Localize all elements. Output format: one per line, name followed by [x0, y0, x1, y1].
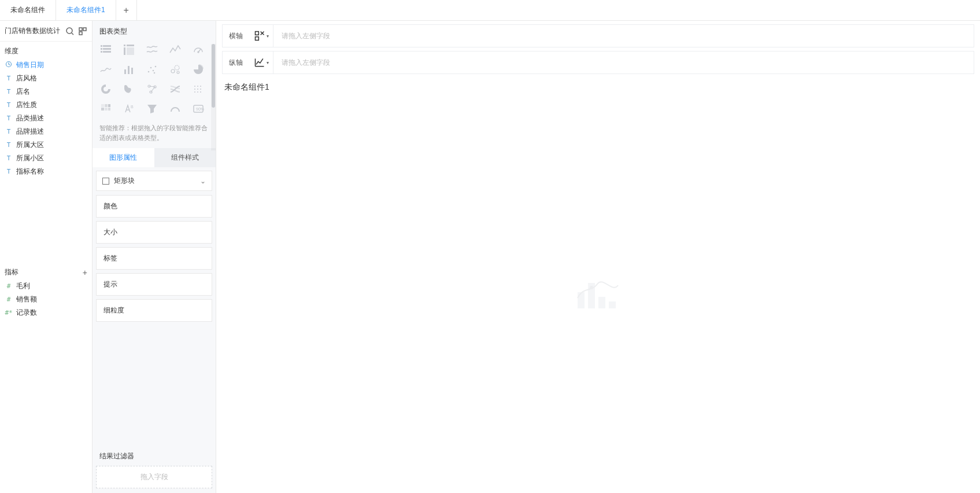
chart-type-gauge-icon[interactable]	[192, 43, 205, 56]
svg-point-34	[194, 86, 195, 87]
chart-type-cross-table-icon[interactable]	[123, 43, 135, 56]
number-type-icon: #	[5, 296, 13, 303]
svg-point-36	[200, 86, 201, 87]
add-measure-button[interactable]: +	[83, 268, 87, 277]
prop-tooltip[interactable]: 提示	[96, 273, 212, 296]
field-item[interactable]: T所属小区	[0, 152, 92, 165]
prop-granularity[interactable]: 细粒度	[96, 299, 212, 322]
field-label: 品牌描述	[16, 127, 44, 137]
chart-type-arc-icon[interactable]	[169, 102, 182, 115]
svg-point-40	[194, 91, 195, 93]
y-axis-dropzone[interactable]: 请拖入左侧字段	[273, 58, 974, 68]
tab-component-0[interactable]: 未命名组件	[0, 0, 56, 20]
chart-type-kpi-icon[interactable]: 90%	[192, 102, 205, 115]
tab-component-style[interactable]: 组件样式	[154, 148, 216, 167]
chart-type-text-icon[interactable]: B	[123, 102, 135, 115]
text-type-icon: T	[5, 128, 13, 135]
y-axis-shelf: 纵轴 ▾ 请拖入左侧字段	[222, 51, 974, 74]
shape-selector[interactable]: 矩形块 ⌄	[96, 171, 212, 191]
prop-label: 细粒度	[103, 306, 124, 314]
field-label: 所属大区	[16, 140, 44, 150]
field-item[interactable]: #*记录数	[0, 306, 92, 319]
svg-point-41	[197, 91, 198, 93]
svg-point-42	[200, 91, 201, 93]
field-label: 记录数	[16, 308, 37, 318]
count-type-icon: #*	[5, 309, 13, 317]
svg-rect-45	[108, 104, 110, 107]
chart-type-bubble-icon[interactable]	[169, 63, 182, 76]
chart-type-pie-icon[interactable]	[192, 63, 205, 76]
chart-type-line-icon[interactable]	[99, 63, 112, 76]
datasource-title: 门店销售数据统计	[5, 26, 62, 36]
prop-color[interactable]: 颜色	[96, 195, 212, 218]
result-filter-dropzone[interactable]: 拖入字段	[96, 466, 212, 488]
search-icon[interactable]	[65, 27, 75, 36]
chart-type-trend-line-icon[interactable]	[169, 43, 182, 56]
tab-label: 未命名组件1	[66, 5, 105, 15]
field-label: 销售日期	[16, 60, 44, 70]
field-item[interactable]: T品牌描述	[0, 125, 92, 138]
x-axis-type-selector[interactable]: ▾	[249, 25, 273, 47]
prop-label: 提示	[103, 280, 117, 288]
shape-label: 矩形块	[114, 176, 135, 186]
measures-section-header: 指标 +	[0, 263, 92, 279]
tab-label: 图形属性	[109, 153, 137, 161]
field-label: 销售额	[16, 295, 37, 304]
text-type-icon: T	[5, 75, 13, 82]
chart-type-scatter-icon[interactable]	[146, 63, 158, 76]
svg-rect-20	[131, 68, 133, 74]
field-item[interactable]: T品类描述	[0, 112, 92, 125]
svg-rect-54	[578, 292, 585, 308]
svg-point-35	[197, 86, 198, 87]
field-item[interactable]: T店名	[0, 85, 92, 98]
field-label: 品类描述	[16, 113, 44, 123]
axis-placeholder: 请拖入左侧字段	[282, 32, 330, 40]
field-item[interactable]: T所属大区	[0, 138, 92, 152]
prop-label[interactable]: 标签	[96, 247, 212, 270]
dataset-icon[interactable]	[78, 27, 87, 36]
text-type-icon: T	[5, 154, 13, 162]
chart-type-sankey-icon[interactable]	[169, 83, 182, 95]
chart-type-donut-icon[interactable]	[99, 83, 112, 95]
chart-type-heatmap-icon[interactable]	[99, 102, 112, 115]
chart-type-heatmap-scatter-icon[interactable]	[192, 83, 205, 95]
field-item[interactable]: T指标名称	[0, 165, 92, 178]
svg-point-22	[150, 67, 152, 69]
chart-type-hint: 智能推荐：根据拖入的字段智能推荐合适的图表或表格类型。	[93, 119, 216, 148]
svg-rect-12	[124, 45, 125, 46]
tab-add-button[interactable]: +	[116, 0, 137, 20]
y-axis-type-selector[interactable]: ▾	[249, 51, 273, 73]
field-item[interactable]: #毛利	[0, 279, 92, 293]
field-item[interactable]: #销售额	[0, 293, 92, 306]
field-item[interactable]: 销售日期	[0, 58, 92, 72]
field-item[interactable]: T店风格	[0, 72, 92, 85]
chart-type-map-icon[interactable]	[123, 83, 135, 95]
rectangle-icon	[102, 178, 109, 185]
prop-size[interactable]: 大小	[96, 221, 212, 244]
svg-rect-43	[101, 104, 104, 107]
tab-component-1[interactable]: 未命名组件1	[56, 0, 116, 20]
axis-placeholder: 请拖入左侧字段	[282, 58, 330, 67]
x-axis-dropzone[interactable]: 请拖入左侧字段	[273, 31, 974, 41]
svg-point-27	[175, 65, 179, 70]
field-item[interactable]: T店性质	[0, 98, 92, 112]
svg-point-39	[200, 89, 201, 90]
chart-type-group-table-icon[interactable]	[99, 43, 112, 56]
measures-label: 指标	[5, 267, 19, 277]
canvas-title: 未命名组件1	[216, 74, 980, 95]
tab-graphic-properties[interactable]: 图形属性	[93, 148, 154, 167]
chart-type-scrollbar-thumb[interactable]	[212, 44, 215, 108]
chart-type-network-icon[interactable]	[146, 83, 158, 95]
x-axis-shelf: 横轴 ▾ 请拖入左侧字段	[222, 24, 974, 47]
chart-type-multi-line-icon[interactable]	[146, 43, 158, 56]
svg-rect-11	[103, 51, 111, 53]
chart-type-bar-icon[interactable]	[123, 63, 135, 76]
svg-rect-13	[127, 45, 134, 46]
svg-point-21	[148, 71, 150, 73]
plus-icon: +	[124, 5, 129, 16]
svg-text:90%: 90%	[196, 107, 204, 111]
svg-point-25	[154, 72, 156, 74]
filter-placeholder: 拖入字段	[140, 473, 168, 481]
chart-type-funnel-icon[interactable]	[146, 102, 158, 115]
text-type-icon: T	[5, 115, 13, 122]
